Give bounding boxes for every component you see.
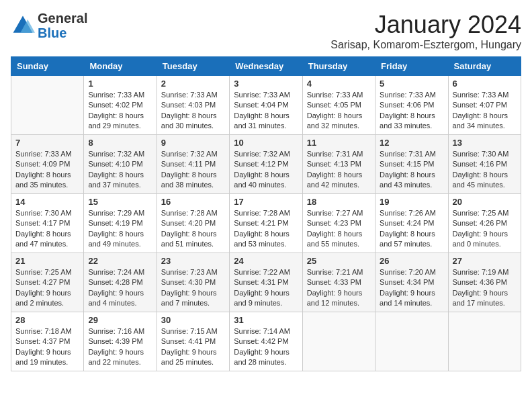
day-number: 30 <box>161 315 225 325</box>
day-info: Sunrise: 7:32 AMSunset: 4:12 PMDaylight:… <box>234 149 298 191</box>
sunrise-text: Sunrise: 7:33 AM <box>161 90 225 100</box>
logo-blue: Blue <box>38 26 66 40</box>
day-info: Sunrise: 7:14 AMSunset: 4:42 PMDaylight:… <box>234 326 298 368</box>
day-number: 12 <box>380 138 443 148</box>
calendar-cell <box>375 312 448 371</box>
sunrise-text: Sunrise: 7:31 AM <box>380 149 443 159</box>
daylight-text: Daylight: 8 hours and 30 minutes. <box>161 111 225 132</box>
calendar-cell: 22Sunrise: 7:24 AMSunset: 4:28 PMDayligh… <box>84 253 157 312</box>
sunrise-text: Sunrise: 7:25 AM <box>453 208 517 218</box>
day-number: 17 <box>234 197 298 207</box>
location-subtitle: Sarisap, Komarom-Esztergom, Hungary <box>330 39 521 51</box>
day-number: 6 <box>453 79 517 89</box>
sunset-text: Sunset: 4:41 PM <box>161 336 225 347</box>
daylight-text: Daylight: 8 hours and 33 minutes. <box>380 111 443 132</box>
header-thursday: Thursday <box>302 57 375 76</box>
day-info: Sunrise: 7:33 AMSunset: 4:03 PMDaylight:… <box>161 90 225 132</box>
day-number: 29 <box>88 315 152 325</box>
sunset-text: Sunset: 4:12 PM <box>234 159 298 169</box>
sunrise-text: Sunrise: 7:32 AM <box>161 149 225 159</box>
sunset-text: Sunset: 4:37 PM <box>15 336 79 347</box>
daylight-text: Daylight: 8 hours and 31 minutes. <box>234 111 298 132</box>
calendar-cell: 10Sunrise: 7:32 AMSunset: 4:12 PMDayligh… <box>230 135 302 194</box>
calendar-cell: 13Sunrise: 7:30 AMSunset: 4:16 PMDayligh… <box>448 135 521 194</box>
daylight-text: Daylight: 8 hours and 53 minutes. <box>234 229 298 250</box>
sunset-text: Sunset: 4:15 PM <box>380 159 443 169</box>
day-number: 22 <box>88 256 152 266</box>
daylight-text: Daylight: 8 hours and 35 minutes. <box>15 170 79 191</box>
calendar-cell <box>11 76 84 135</box>
sunset-text: Sunset: 4:36 PM <box>453 277 517 287</box>
sunrise-text: Sunrise: 7:33 AM <box>380 90 443 100</box>
day-number: 9 <box>161 138 225 148</box>
sunrise-text: Sunrise: 7:32 AM <box>234 149 298 159</box>
daylight-text: Daylight: 9 hours and 12 minutes. <box>307 288 371 309</box>
page-header: General Blue January 2024 Sarisap, Komar… <box>11 11 521 51</box>
calendar-cell: 18Sunrise: 7:27 AMSunset: 4:23 PMDayligh… <box>302 194 375 253</box>
sunset-text: Sunset: 4:20 PM <box>161 218 225 228</box>
sunrise-text: Sunrise: 7:16 AM <box>88 326 152 336</box>
sunrise-text: Sunrise: 7:25 AM <box>15 267 79 277</box>
sunset-text: Sunset: 4:07 PM <box>453 100 517 110</box>
daylight-text: Daylight: 9 hours and 22 minutes. <box>88 347 152 368</box>
calendar-cell: 19Sunrise: 7:26 AMSunset: 4:24 PMDayligh… <box>375 194 448 253</box>
daylight-text: Daylight: 9 hours and 25 minutes. <box>161 347 225 368</box>
daylight-text: Daylight: 8 hours and 51 minutes. <box>161 229 225 250</box>
day-info: Sunrise: 7:25 AMSunset: 4:27 PMDaylight:… <box>15 267 79 309</box>
day-number: 8 <box>88 138 152 148</box>
day-number: 23 <box>161 256 225 266</box>
sunset-text: Sunset: 4:42 PM <box>234 336 298 347</box>
sunset-text: Sunset: 4:09 PM <box>15 159 79 169</box>
calendar-cell: 9Sunrise: 7:32 AMSunset: 4:11 PMDaylight… <box>157 135 229 194</box>
day-info: Sunrise: 7:30 AMSunset: 4:16 PMDaylight:… <box>453 149 517 191</box>
daylight-text: Daylight: 9 hours and 17 minutes. <box>453 288 517 309</box>
day-info: Sunrise: 7:31 AMSunset: 4:15 PMDaylight:… <box>380 149 443 191</box>
day-number: 13 <box>453 138 517 148</box>
day-number: 25 <box>307 256 371 266</box>
day-number: 19 <box>380 197 443 207</box>
sunset-text: Sunset: 4:06 PM <box>380 100 443 110</box>
day-info: Sunrise: 7:28 AMSunset: 4:21 PMDaylight:… <box>234 208 298 250</box>
calendar-table: SundayMondayTuesdayWednesdayThursdayFrid… <box>11 56 521 371</box>
sunrise-text: Sunrise: 7:33 AM <box>15 149 79 159</box>
sunrise-text: Sunrise: 7:30 AM <box>453 149 517 159</box>
daylight-text: Daylight: 9 hours and 4 minutes. <box>88 288 152 309</box>
day-number: 14 <box>15 197 79 207</box>
header-wednesday: Wednesday <box>230 57 302 76</box>
calendar-cell: 25Sunrise: 7:21 AMSunset: 4:33 PMDayligh… <box>302 253 375 312</box>
calendar-cell: 8Sunrise: 7:32 AMSunset: 4:10 PMDaylight… <box>84 135 157 194</box>
daylight-text: Daylight: 8 hours and 29 minutes. <box>88 111 152 132</box>
calendar-cell: 23Sunrise: 7:23 AMSunset: 4:30 PMDayligh… <box>157 253 229 312</box>
daylight-text: Daylight: 8 hours and 34 minutes. <box>453 111 517 132</box>
logo: General Blue <box>11 11 87 40</box>
day-number: 21 <box>15 256 79 266</box>
day-info: Sunrise: 7:16 AMSunset: 4:39 PMDaylight:… <box>88 326 152 368</box>
calendar-cell: 16Sunrise: 7:28 AMSunset: 4:20 PMDayligh… <box>157 194 229 253</box>
sunrise-text: Sunrise: 7:20 AM <box>380 267 443 277</box>
calendar-cell: 20Sunrise: 7:25 AMSunset: 4:26 PMDayligh… <box>448 194 521 253</box>
day-info: Sunrise: 7:20 AMSunset: 4:34 PMDaylight:… <box>380 267 443 309</box>
header-saturday: Saturday <box>448 57 521 76</box>
sunset-text: Sunset: 4:21 PM <box>234 218 298 228</box>
sunset-text: Sunset: 4:26 PM <box>453 218 517 228</box>
header-tuesday: Tuesday <box>157 57 229 76</box>
sunrise-text: Sunrise: 7:32 AM <box>88 149 152 159</box>
day-info: Sunrise: 7:33 AMSunset: 4:05 PMDaylight:… <box>307 90 371 132</box>
day-number: 31 <box>234 315 298 325</box>
calendar-cell: 4Sunrise: 7:33 AMSunset: 4:05 PMDaylight… <box>302 76 375 135</box>
calendar-cell: 1Sunrise: 7:33 AMSunset: 4:02 PMDaylight… <box>84 76 157 135</box>
calendar-cell: 26Sunrise: 7:20 AMSunset: 4:34 PMDayligh… <box>375 253 448 312</box>
day-info: Sunrise: 7:32 AMSunset: 4:10 PMDaylight:… <box>88 149 152 191</box>
sunset-text: Sunset: 4:24 PM <box>380 218 443 228</box>
sunrise-text: Sunrise: 7:33 AM <box>234 90 298 100</box>
sunset-text: Sunset: 4:05 PM <box>307 100 371 110</box>
day-number: 1 <box>88 79 152 89</box>
daylight-text: Daylight: 9 hours and 7 minutes. <box>161 288 225 309</box>
daylight-text: Daylight: 8 hours and 47 minutes. <box>15 229 79 250</box>
month-title: January 2024 <box>330 11 521 39</box>
daylight-text: Daylight: 8 hours and 55 minutes. <box>307 229 371 250</box>
sunrise-text: Sunrise: 7:23 AM <box>161 267 225 277</box>
daylight-text: Daylight: 9 hours and 2 minutes. <box>15 288 79 309</box>
day-info: Sunrise: 7:33 AMSunset: 4:04 PMDaylight:… <box>234 90 298 132</box>
title-block: January 2024 Sarisap, Komarom-Esztergom,… <box>330 11 521 51</box>
